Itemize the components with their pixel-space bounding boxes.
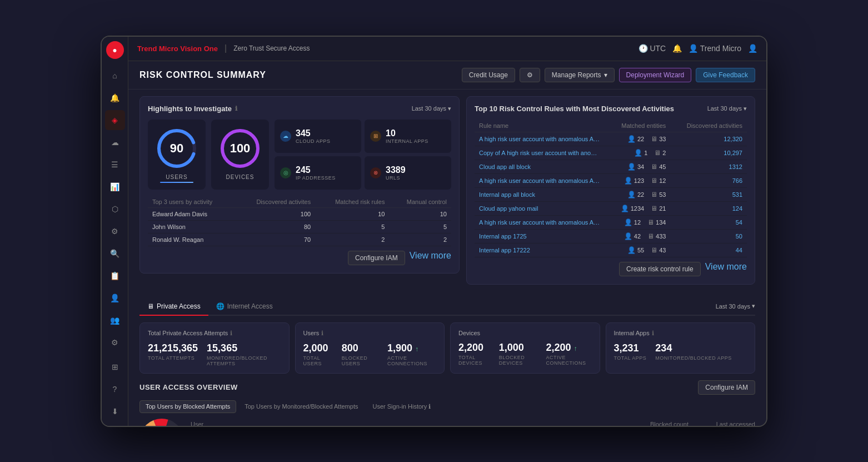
table-row: John Wilson 80 5 5 <box>148 220 451 233</box>
create-rule-button[interactable]: Create risk control rule <box>619 262 701 276</box>
sidebar: ● ⌂ 🔔 ◈ ☁ ☰ 📊 ⬡ ⚙ 🔍 📋 👤 👥 ⚙ ⊞ ? ⬇ <box>102 37 128 426</box>
activity-count-cell[interactable]: 531 <box>670 187 747 201</box>
credit-usage-button[interactable]: Credit Usage <box>462 68 515 82</box>
table-row: Internal app 1725 👤 42 🖥 433 50 <box>475 229 747 243</box>
sidebar-item-settings[interactable]: ⚙ <box>105 221 125 241</box>
manage-reports-button[interactable]: Manage Reports ▾ <box>545 68 615 82</box>
notification-icon[interactable]: 🔔 <box>672 44 682 53</box>
activity-count-cell[interactable]: 124 <box>670 201 747 215</box>
avatar-icon[interactable]: 👤 <box>748 44 757 53</box>
view-more-rules-link[interactable]: View more <box>705 262 747 276</box>
cloud-apps-value: 345 <box>296 128 331 138</box>
entities-cell: 👤 22 🖥 53 <box>606 187 671 201</box>
cloud-apps-stat: ☁ 345 CLOUD APPS <box>275 120 361 153</box>
uao-tab-blocked[interactable]: Top Users by Blocked Attempts <box>139 400 236 413</box>
access-date-selector[interactable]: Last 30 days ▾ <box>716 298 755 314</box>
total-attempts-values: 21,215,365 TOTAL ATTEMPTS 15,365 MONITOR… <box>148 342 281 366</box>
uao-tab-monitored[interactable]: Top Users by Monitored/Blocked Attempts <box>238 400 364 413</box>
sidebar-item-config[interactable]: ⚙ <box>105 332 125 352</box>
ip-addresses-value: 245 <box>296 165 336 175</box>
matched-cell: 5 <box>315 220 389 233</box>
devices-value: 100 <box>230 141 251 156</box>
configure-iam-button[interactable]: Configure IAM <box>348 251 405 265</box>
activity-count-cell[interactable]: 1312 <box>670 160 747 173</box>
user-name-cell[interactable]: John Wilson <box>148 220 235 233</box>
entities-cell: 👤 55 🖥 43 <box>606 243 671 257</box>
users-table-actions: Configure IAM View more <box>148 251 451 265</box>
table-row: Edward Adam Davis 100 10 10 <box>148 207 451 220</box>
devices-label: DEVICES <box>226 174 255 180</box>
utc-icon[interactable]: 🕐 UTC <box>638 44 666 53</box>
table-row: Internal app all block 👤 22 🖥 53 531 <box>475 187 747 201</box>
user-icon[interactable]: 👤 Trend Micro <box>689 44 741 53</box>
urls-stat: ⊗ 3389 URLS <box>365 156 451 190</box>
cloud-apps-icon: ☁ <box>280 131 291 142</box>
private-access-tab[interactable]: 🖥 Private Access <box>139 298 208 316</box>
activity-count-cell[interactable]: 50 <box>670 229 747 243</box>
header-actions: Credit Usage ⚙ Manage Reports ▾ Deployme… <box>462 68 755 82</box>
activity-count-cell[interactable]: 44 <box>670 243 747 257</box>
users-metric-card: Users ℹ 2,000 TOTAL USERS 800 B <box>295 322 445 374</box>
rule-name-cell[interactable]: A high risk user account with anomalous … <box>475 215 606 229</box>
activity-count-cell[interactable]: 12,320 <box>670 132 747 146</box>
topbar: Trend Micro Vision One | Zero Trust Secu… <box>128 37 766 61</box>
uao-tab-signin[interactable]: User Sign-in History ℹ <box>366 400 437 413</box>
rule-name-cell[interactable]: Copy of A high risk user account with an… <box>475 146 606 160</box>
users-table: Top 3 users by activity Discovered activ… <box>148 196 451 246</box>
configure-iam-button-2[interactable]: Configure IAM <box>698 380 755 395</box>
monitored-block: 15,365 MONITORED/BLOCKED ATTEMPTS <box>207 342 281 366</box>
user-name-cell[interactable]: Edward Adam Davis <box>148 207 235 220</box>
ip-addresses-stat: ◎ 245 IP ADDRESSES <box>275 156 361 190</box>
rule-name-cell[interactable]: Internal app 17222 <box>475 243 606 257</box>
sidebar-item-chart[interactable]: 📊 <box>105 177 125 197</box>
user-name-cell[interactable]: Ronald W. Reagan <box>148 233 235 246</box>
sidebar-item-users[interactable]: 👤 <box>105 288 125 308</box>
rule-name-cell[interactable]: Internal app all block <box>475 187 606 201</box>
rule-name-cell[interactable]: Cloud app all block <box>475 160 606 173</box>
highlights-date-selector[interactable]: Last 30 days ▾ <box>412 105 451 112</box>
users-underline <box>160 182 193 183</box>
sidebar-item-group[interactable]: 👥 <box>105 310 125 330</box>
entities-cell: 👤 34 🖥 45 <box>606 160 671 173</box>
sidebar-item-network[interactable]: ⬡ <box>105 199 125 219</box>
internet-access-tab[interactable]: 🌐 Internet Access <box>208 298 281 316</box>
sidebar-item-bottom[interactable]: ⬇ <box>105 401 125 421</box>
deployment-wizard-button[interactable]: Deployment Wizard <box>619 68 692 82</box>
rule-name-cell[interactable]: A high risk user account with anomalous … <box>475 132 606 146</box>
internal-apps-icon: ⊞ <box>370 131 381 142</box>
metrics-top: 90 USERS <box>148 120 451 190</box>
activity-count-cell[interactable]: 10,297 <box>670 146 747 160</box>
rule-name-cell[interactable]: Internal app 1725 <box>475 229 606 243</box>
sidebar-item-list[interactable]: ☰ <box>105 155 125 175</box>
rule-name-cell[interactable]: Cloud app yahoo mail <box>475 201 606 215</box>
sidebar-item-dashboard[interactable]: ◈ <box>105 110 125 130</box>
entities-cell: 👤 1 🖥 2 <box>606 146 671 160</box>
rule-name-cell[interactable]: A high risk user account with anomalous … <box>475 173 606 187</box>
app-subtitle: Zero Trust Secure Access <box>233 44 310 52</box>
settings-button[interactable]: ⚙ <box>520 68 540 82</box>
topbar-right: 🕐 UTC 🔔 👤 Trend Micro 👤 <box>638 44 757 53</box>
sidebar-logo: ● <box>106 41 124 59</box>
users-value: 90 <box>170 141 183 156</box>
sidebar-item-search[interactable]: 🔍 <box>105 244 125 264</box>
activity-count-cell[interactable]: 766 <box>670 173 747 187</box>
sidebar-item-cloud[interactable]: ☁ <box>105 132 125 152</box>
activity-count-cell[interactable]: 54 <box>670 215 747 229</box>
sidebar-item-home[interactable]: ⌂ <box>105 66 125 86</box>
sidebar-item-reports[interactable]: 📋 <box>105 266 125 286</box>
users-metric-title: Users ℹ <box>303 330 437 337</box>
sidebar-item-alerts[interactable]: 🔔 <box>105 88 125 108</box>
metrics-cards: Total Private Access Attempts ℹ 21,215,3… <box>139 322 755 374</box>
table-row: A high risk user account with anomalous … <box>475 215 747 229</box>
internal-apps-metric-card: Internal Apps ℹ 3,231 TOTAL APPS 234 <box>606 322 756 374</box>
sidebar-item-apps[interactable]: ⊞ <box>105 357 125 377</box>
risk-rules-date[interactable]: Last 30 days ▾ <box>707 105 747 112</box>
internal-apps-metric-values: 3,231 TOTAL APPS 234 MONITORED/BLOCKED A… <box>614 342 747 361</box>
sidebar-item-help[interactable]: ? <box>105 379 125 399</box>
give-feedback-button[interactable]: Give Feedback <box>696 68 755 82</box>
table-row: Copy of A high risk user account with an… <box>475 146 747 160</box>
total-attempts-title: Total Private Access Attempts ℹ <box>148 330 281 337</box>
view-more-users-link[interactable]: View more <box>410 251 451 265</box>
table-row: Internal app 17222 👤 55 🖥 43 44 <box>475 243 747 257</box>
manual-cell: 2 <box>389 233 451 246</box>
